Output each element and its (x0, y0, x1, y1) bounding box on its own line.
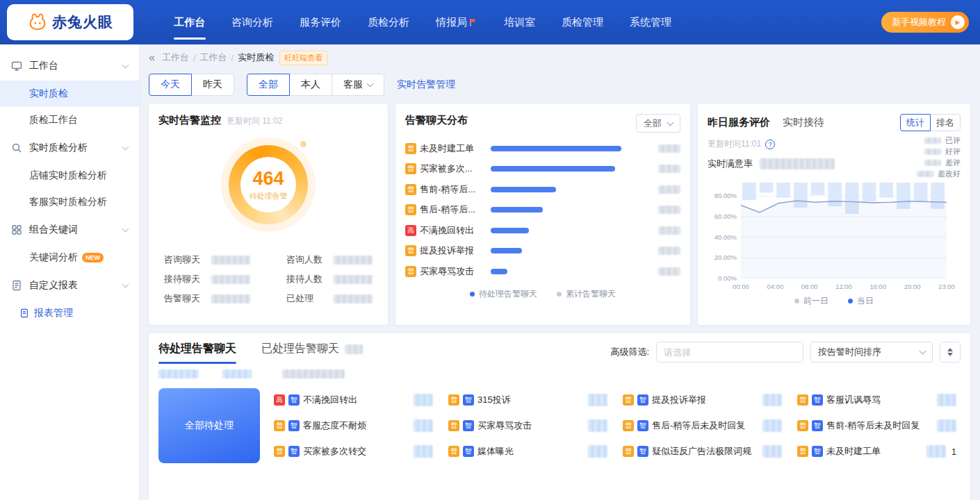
sidebar-item-质检工作台[interactable]: 质检工作台 (0, 107, 139, 133)
nav-item-培训室[interactable]: 培训室 (504, 0, 535, 44)
level-badge: 普 (405, 266, 416, 277)
scope-filter-全部[interactable]: 全部 (247, 74, 290, 96)
sort-order-select[interactable]: 按告警时间排序 (810, 342, 933, 362)
all-pending-button[interactable]: 全部待处理 (158, 388, 260, 463)
smart-badge: 智 (637, 420, 648, 431)
alert-category-不满挽回转出[interactable]: 高智不满挽回转出 (270, 388, 437, 412)
sidebar-collapse-icon[interactable]: « (149, 51, 155, 64)
alert-category-售后-稍等后未及时回复[interactable]: 普智售后-稍等后未及时回复 (619, 414, 786, 438)
level-badge: 普 (405, 143, 416, 154)
distribution-filter-select[interactable]: 全部 (636, 114, 680, 133)
distribution-row-label: 买家被多次... (420, 162, 488, 175)
alert-category-买家被多次转交[interactable]: 普智买家被多次转交 (270, 440, 437, 463)
chevron-down-icon (122, 225, 129, 232)
sidebar-item-客服实时质检分析[interactable]: 客服实时质检分析 (0, 189, 139, 215)
monitor-stat-row: 接待人数 (286, 273, 373, 285)
distribution-row[interactable]: 普提及投诉举报 (405, 244, 680, 258)
svg-text:23:00: 23:00 (938, 283, 955, 290)
nav-item-情报局[interactable]: 情报局 (436, 0, 477, 44)
logo[interactable]: 赤兔火眼 (7, 4, 133, 40)
toggle-统计[interactable]: 统计 (900, 114, 931, 131)
nav-item-工作台[interactable]: 工作台 (174, 0, 205, 44)
legend-dot (470, 292, 475, 297)
breadcrumb-item[interactable]: 工作台 (200, 51, 227, 64)
distribution-row[interactable]: 普售前-稍等后... (405, 183, 680, 196)
sort-direction-button[interactable] (940, 342, 961, 362)
distribution-row[interactable]: 普售后-稍等后... (405, 203, 680, 217)
advanced-filter-input[interactable] (656, 342, 803, 362)
breadcrumb-separator: / (193, 53, 196, 63)
alert-category-value (758, 394, 782, 406)
level-badge: 高 (274, 394, 285, 406)
logo-text: 赤兔火眼 (52, 12, 113, 32)
level-badge: 高 (405, 225, 416, 236)
sidebar-item-实时质检[interactable]: 实时质检 (0, 81, 139, 107)
wangwang-view-tag[interactable]: 旺旺端查看 (279, 51, 327, 65)
breadcrumb-parts: 工作台/工作台/实时质检 (162, 51, 274, 64)
alert-category-未及时建工单[interactable]: 普智未及时建工单1 (793, 440, 961, 463)
scope-filter-本人[interactable]: 本人 (289, 74, 332, 96)
distribution-bar (491, 248, 522, 253)
sidebar-section-工作台[interactable]: 工作台 (0, 51, 139, 81)
advanced-filter-label: 高级筛选: (610, 346, 649, 358)
monitor-stat-label: 咨询人数 (286, 253, 327, 266)
side-legend-label: 差改好 (938, 169, 961, 179)
alert-category-买家辱骂攻击[interactable]: 普智买家辱骂攻击 (444, 414, 612, 438)
new-badge: NEW (82, 253, 104, 262)
evaluation-card-title[interactable]: 昨日服务评价 (708, 116, 770, 129)
nav-item-咨询分析[interactable]: 咨询分析 (231, 0, 273, 44)
sidebar-section-自定义报表[interactable]: 自定义报表 (0, 271, 139, 300)
help-icon[interactable]: ? (765, 140, 775, 149)
nav-item-系统管理[interactable]: 系统管理 (630, 0, 671, 44)
chevron-down-icon (667, 119, 674, 126)
distribution-row[interactable]: 普买家被多次... (405, 162, 680, 176)
tutorial-button[interactable]: 新手视频教程 ▶ (881, 12, 969, 33)
distribution-row[interactable]: 高不满挽回转出 (405, 224, 680, 237)
sidebar-item-报表管理[interactable]: 报表管理 (0, 300, 139, 326)
svg-text:00:00: 00:00 (733, 283, 749, 290)
sidebar-item-label: 客服实时质检分析 (29, 196, 107, 208)
legend-item-前一日[interactable]: 前一日 (794, 295, 828, 307)
sidebar-item-关键词分析[interactable]: 关键词分析NEW (0, 244, 139, 271)
nav-item-质检分析[interactable]: 质检分析 (368, 0, 409, 44)
breadcrumb-item[interactable]: 工作台 (162, 51, 189, 64)
sidebar-section-实时质检分析[interactable]: 实时质检分析 (0, 133, 139, 162)
legend-item-待处理告警聊天[interactable]: 待处理告警聊天 (470, 288, 537, 300)
nav-item-label: 工作台 (174, 16, 205, 29)
tab-realtime-reception[interactable]: 实时接待 (783, 116, 824, 129)
date-filter-今天[interactable]: 今天 (149, 74, 192, 96)
distribution-bar (491, 187, 556, 192)
report-doc-icon (19, 308, 29, 318)
sidebar-item-店铺实时质检分析[interactable]: 店铺实时质检分析 (0, 162, 139, 189)
alert-category-疑似违反广告法极限词规[interactable]: 普智疑似违反广告法极限词规 (619, 440, 786, 463)
nav-item-质检管理[interactable]: 质检管理 (562, 0, 603, 44)
tab-已处理告警聊天[interactable]: 已处理告警聊天 (261, 342, 363, 364)
tab-待处理告警聊天[interactable]: 待处理告警聊天 (158, 342, 236, 364)
alert-category-label: 不满挽回转出 (303, 394, 357, 406)
sidebar-section-label: 工作台 (29, 60, 123, 72)
toggle-排名[interactable]: 排名 (930, 114, 961, 131)
distribution-row[interactable]: 普未及时建工单 (405, 142, 680, 155)
alert-category-客服态度不耐烦[interactable]: 普智客服态度不耐烦 (270, 414, 437, 438)
realtime-analysis-icon (11, 142, 23, 154)
monitor-stat-label: 咨询聊天 (164, 253, 204, 266)
legend-item-累计告警聊天[interactable]: 累计告警聊天 (557, 288, 616, 300)
redacted-value (211, 256, 250, 265)
monitor-stat-label: 接待人数 (286, 273, 327, 285)
distribution-row[interactable]: 普买家辱骂攻击 (405, 265, 680, 278)
alert-category-媒体曝光[interactable]: 普智媒体曝光 (444, 440, 612, 463)
alert-category-315投诉[interactable]: 普智315投诉 (444, 388, 612, 412)
alert-manage-link[interactable]: 实时告警管理 (397, 78, 455, 91)
nav-item-label: 质检分析 (368, 16, 409, 29)
level-badge: 普 (797, 446, 808, 457)
alert-category-客服讥讽辱骂[interactable]: 普智客服讥讽辱骂 (793, 388, 961, 412)
alert-category-提及投诉举报[interactable]: 普智提及投诉举报 (619, 388, 786, 412)
sidebar-section-组合关键词[interactable]: 组合关键词 (0, 215, 139, 244)
alert-category-售前-稍等后未及时回复[interactable]: 普智售前-稍等后未及时回复 (793, 414, 961, 438)
legend-item-当日[interactable]: 当日 (848, 295, 874, 307)
date-filter-昨天[interactable]: 昨天 (191, 74, 234, 96)
tab-label: 已处理告警聊天 (261, 342, 339, 356)
scope-filter-客服[interactable]: 客服 (332, 74, 384, 96)
nav-item-服务评价[interactable]: 服务评价 (300, 0, 341, 44)
scope-filter-label: 全部 (259, 78, 278, 91)
